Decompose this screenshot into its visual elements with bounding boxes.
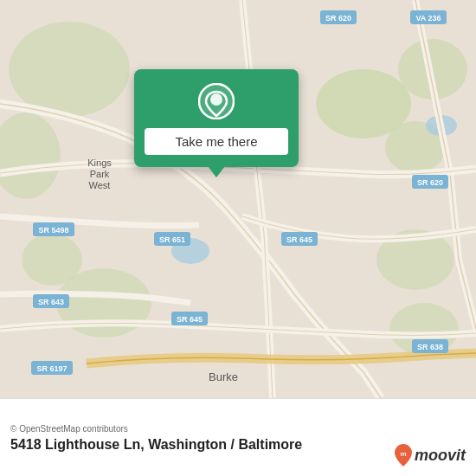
popup-card: Take me there (134, 69, 299, 167)
moovit-text: moovit (415, 447, 466, 465)
moovit-pin-icon: m (394, 443, 413, 467)
svg-text:SR 645: SR 645 (177, 315, 203, 324)
svg-text:Burke: Burke (209, 370, 238, 383)
map-svg: SR 620 VA 236 SR 620 SR 5498 SR 651 SR 6… (0, 0, 476, 398)
svg-point-7 (22, 234, 82, 286)
svg-text:SR 5498: SR 5498 (38, 226, 68, 235)
footer: © OpenStreetMap contributors 5418 Lighth… (0, 398, 476, 476)
svg-text:SR 6197: SR 6197 (36, 364, 67, 373)
take-me-there-button[interactable]: Take me there (145, 128, 288, 155)
svg-text:West: West (89, 180, 111, 190)
svg-text:SR 643: SR 643 (38, 298, 64, 306)
map-container: SR 620 VA 236 SR 620 SR 5498 SR 651 SR 6… (0, 0, 476, 398)
moovit-logo: m moovit (394, 443, 466, 467)
svg-text:SR 620: SR 620 (325, 14, 351, 23)
location-pin-icon (198, 83, 235, 119)
svg-point-4 (9, 22, 130, 117)
svg-point-37 (210, 93, 222, 106)
svg-text:SR 651: SR 651 (159, 235, 185, 244)
svg-text:VA 236: VA 236 (415, 14, 441, 23)
svg-text:Kings: Kings (87, 158, 112, 168)
svg-text:m: m (400, 450, 406, 458)
svg-text:SR 638: SR 638 (417, 343, 443, 351)
svg-text:SR 620: SR 620 (417, 178, 443, 187)
svg-text:Park: Park (90, 169, 110, 179)
map-attribution: © OpenStreetMap contributors (10, 424, 466, 434)
svg-text:SR 645: SR 645 (286, 235, 312, 244)
